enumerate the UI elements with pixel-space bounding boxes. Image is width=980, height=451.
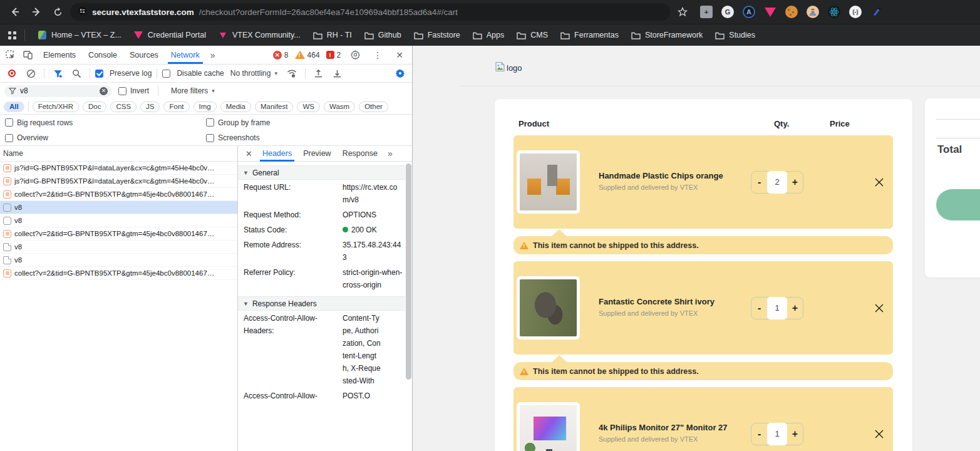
bookmark-folder-github[interactable]: Github — [359, 28, 406, 43]
bookmark-star-icon[interactable] — [674, 3, 691, 21]
filter-chip-css[interactable]: CSS — [110, 101, 137, 112]
filter-chip-manifest[interactable]: Manifest — [255, 101, 293, 112]
bookmark-folder-rh-ti[interactable]: RH - TI — [308, 28, 357, 43]
bookmark-folder-storeframework[interactable]: StoreFramework — [626, 28, 708, 43]
filter-chip-all[interactable]: All — [4, 101, 24, 112]
reload-icon[interactable] — [49, 3, 66, 21]
vtex-extension-icon[interactable] — [764, 6, 776, 18]
response-headers-section-header[interactable]: ▼ Response Headers — [238, 296, 405, 311]
filter-chip-fetch-xhr[interactable]: Fetch/XHR — [33, 101, 79, 112]
more-tabs-icon[interactable]: » — [207, 50, 219, 60]
disable-cache-checkbox[interactable] — [162, 70, 170, 78]
filter-chip-ws[interactable]: WS — [297, 101, 320, 112]
avatar-extension-icon[interactable] — [807, 6, 819, 18]
record-network-log-icon[interactable] — [4, 66, 20, 81]
clapper-extension-icon[interactable]: + — [700, 6, 713, 18]
export-har-icon[interactable] — [329, 66, 346, 81]
issues-badge[interactable]: !2 — [326, 51, 341, 60]
big-request-rows-checkbox[interactable] — [5, 118, 13, 127]
product-image[interactable] — [517, 150, 580, 214]
request-row[interactable]: collect?v=2&tid=G-BPNTB95XTP&gtm=45je4bc… — [0, 267, 237, 280]
clear-filter-icon[interactable]: ✕ — [100, 87, 108, 95]
throttling-dropdown[interactable]: No throttling ▾ — [227, 69, 281, 78]
site-settings-icon[interactable] — [78, 6, 87, 18]
request-row[interactable]: v8 — [0, 241, 237, 254]
bookmark-folder-studies[interactable]: Studies — [710, 28, 760, 43]
tab-sources[interactable]: Sources — [124, 46, 164, 64]
filter-chip-media[interactable]: Media — [220, 101, 251, 112]
search-icon[interactable] — [68, 66, 85, 81]
filter-funnel-icon[interactable] — [49, 66, 66, 81]
request-row[interactable]: js?id=G-BPNTB95XTP&l=dataLayer&cx=c&gtm=… — [0, 175, 237, 188]
back-icon[interactable] — [6, 3, 24, 21]
import-har-icon[interactable] — [311, 66, 327, 81]
brackets-extension-icon[interactable]: (-) — [849, 6, 862, 18]
inspect-element-icon[interactable] — [3, 48, 19, 63]
invert-checkbox[interactable] — [118, 87, 126, 95]
quantity-value[interactable]: 1 — [767, 423, 787, 445]
request-row[interactable]: v8 — [0, 254, 237, 267]
increase-quantity-button[interactable]: + — [787, 298, 803, 319]
preserve-log-checkbox[interactable] — [95, 70, 103, 78]
console-warnings-badge[interactable]: 464 — [295, 51, 320, 60]
more-detail-tabs-icon[interactable]: » — [384, 148, 396, 158]
overview-checkbox[interactable] — [5, 134, 13, 142]
tab-elements[interactable]: Elements — [38, 46, 81, 64]
color-picker-extension-icon[interactable] — [870, 6, 883, 18]
bookmark-credential-portal[interactable]: Credential Portal — [129, 28, 211, 43]
request-row[interactable]: v8 — [0, 214, 237, 227]
request-row[interactable]: collect?v=2&tid=G-BPNTB95XTP&gtm=45je4bc… — [0, 227, 237, 241]
checkout-button[interactable] — [936, 189, 980, 220]
remove-item-button[interactable] — [873, 302, 885, 314]
remove-item-button[interactable] — [873, 176, 885, 189]
clear-network-log-icon[interactable] — [23, 66, 39, 81]
decrease-quantity-button[interactable]: - — [751, 423, 767, 445]
filter-chip-doc[interactable]: Doc — [83, 101, 106, 112]
bookmark-home-vtex[interactable]: Home – VTEX – Z... — [33, 28, 126, 43]
tab-network[interactable]: Network — [165, 46, 205, 64]
filter-chip-other[interactable]: Other — [359, 101, 388, 112]
store-logo[interactable]: logo — [495, 61, 522, 75]
decrease-quantity-button[interactable]: - — [751, 172, 767, 193]
network-conditions-icon[interactable] — [284, 66, 300, 81]
name-column-header[interactable]: Name — [0, 146, 237, 162]
close-detail-icon[interactable]: ✕ — [242, 149, 256, 158]
filter-input[interactable]: v8 ✕ — [4, 85, 112, 97]
group-by-frame-checkbox[interactable] — [206, 118, 214, 127]
tab-headers[interactable]: Headers — [257, 146, 297, 161]
bookmark-vtex-community[interactable]: VTEX Community... — [214, 28, 306, 43]
bookmark-folder-apps[interactable]: Apps — [468, 28, 510, 43]
product-image[interactable] — [517, 276, 580, 340]
tab-preview[interactable]: Preview — [298, 146, 336, 161]
devtools-kebab-menu-icon[interactable]: ⋮ — [369, 50, 386, 60]
filter-chip-wasm[interactable]: Wasm — [324, 101, 355, 112]
bookmark-folder-ferramentas[interactable]: Ferramentas — [555, 28, 624, 43]
request-row[interactable]: js?id=G-BPNTB95XTP&l=dataLayer&cx=c&gtm=… — [0, 162, 237, 175]
bookmark-folder-faststore[interactable]: Faststore — [409, 28, 465, 43]
tab-console[interactable]: Console — [83, 46, 123, 64]
increase-quantity-button[interactable]: + — [787, 172, 803, 193]
request-row[interactable]: collect?v=2&tid=G-BPNTB95XTP&gtm=45je4bc… — [0, 188, 237, 201]
device-toolbar-icon[interactable] — [20, 48, 36, 63]
decrease-quantity-button[interactable]: - — [751, 298, 767, 319]
address-bar[interactable]: secure.vtexfaststore.com/checkout?orderF… — [70, 3, 670, 21]
more-filters-dropdown[interactable]: More filters ▾ — [167, 86, 219, 95]
filter-chip-img[interactable]: Img — [193, 101, 217, 112]
devtools-close-icon[interactable]: ✕ — [392, 50, 407, 60]
request-row-selected[interactable]: v8 — [0, 201, 237, 214]
quantity-value[interactable]: 2 — [767, 171, 787, 194]
detail-scrollbar[interactable] — [406, 163, 411, 380]
devtools-settings-gear-icon[interactable] — [347, 48, 363, 63]
quantity-value[interactable]: 1 — [767, 297, 787, 319]
bookmark-folder-cms[interactable]: CMS — [512, 28, 553, 43]
filter-chip-font[interactable]: Font — [163, 101, 189, 112]
apps-grid-icon[interactable] — [8, 31, 17, 40]
product-image[interactable] — [517, 402, 580, 451]
network-settings-gear-icon[interactable] — [392, 66, 408, 81]
screenshots-checkbox[interactable] — [206, 134, 214, 142]
react-devtools-extension-icon[interactable] — [828, 6, 840, 18]
filter-chip-js[interactable]: JS — [140, 101, 160, 112]
increase-quantity-button[interactable]: + — [787, 423, 803, 445]
console-errors-badge[interactable]: ✕8 — [273, 51, 289, 60]
circle-a-extension-icon[interactable]: A — [743, 6, 755, 18]
